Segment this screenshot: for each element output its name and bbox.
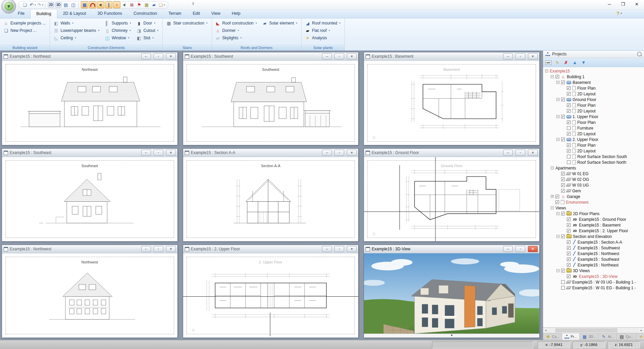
panel-tab-pv[interactable]: ☀PV...: [636, 333, 644, 340]
checkbox[interactable]: ✓: [567, 103, 571, 107]
checkbox[interactable]: ✓: [567, 240, 571, 244]
tree-item[interactable]: ✓Gem: [543, 188, 644, 194]
child-minimize-button[interactable]: ─: [141, 246, 151, 252]
tree-item[interactable]: ✓2D Layout: [543, 108, 644, 114]
parallel-guides-button[interactable]: ∥: [105, 1, 112, 8]
view-3d-button[interactable]: 3D: [55, 2, 62, 8]
tree-item[interactable]: Roof Surface Section South: [543, 154, 644, 159]
tab-help[interactable]: Help: [226, 9, 246, 18]
scroll-left-icon[interactable]: ◂: [543, 329, 548, 332]
collapse-toggle[interactable]: −: [551, 206, 554, 209]
drawing-canvas[interactable]: Southeast: [2, 157, 177, 241]
checkbox[interactable]: ✓: [567, 217, 571, 221]
tab-edit[interactable]: Edit: [187, 9, 206, 18]
drawing-canvas[interactable]: Section A-A: [183, 157, 359, 241]
collapse-toggle[interactable]: −: [556, 81, 559, 84]
tab-terrain[interactable]: Terrain: [163, 9, 187, 18]
child-window-titlebar[interactable]: Example15 : Ground Floor─▫✕: [364, 149, 539, 157]
tree-item[interactable]: Furniture: [543, 125, 644, 131]
checkbox[interactable]: ✓: [567, 132, 571, 136]
child-window-titlebar[interactable]: Example15 : Southwest─▫✕: [183, 52, 359, 61]
child-window-titlebar[interactable]: Example15 : Northwest─▫✕: [2, 245, 177, 253]
checkbox[interactable]: ✓: [567, 252, 571, 255]
snap-cursor-button[interactable]: ➤: [97, 1, 104, 8]
minimize-button[interactable]: ─: [608, 2, 611, 7]
checkbox[interactable]: ✓: [567, 120, 571, 124]
child-close-button[interactable]: ✕: [347, 150, 357, 156]
checkbox[interactable]: ✓: [555, 195, 559, 198]
child-restore-button[interactable]: ▫: [334, 150, 344, 156]
child-window-titlebar[interactable]: Example15 : Southeast─▫✕: [2, 149, 177, 157]
panel-tab-qu[interactable]: ▤Qu...: [617, 333, 636, 340]
tree-item[interactable]: ✓3DExample15 : 3D-View: [543, 273, 644, 279]
layers-button[interactable]: ❏▾: [158, 2, 165, 8]
tab-view[interactable]: View: [206, 9, 226, 18]
undo-button[interactable]: ↶▾: [29, 2, 36, 8]
drawing-canvas[interactable]: ▼: [364, 253, 539, 338]
ribbon-item-door[interactable]: ▮Door▾: [137, 20, 159, 26]
child-minimize-button[interactable]: ─: [322, 246, 332, 252]
checkbox[interactable]: [567, 160, 571, 164]
child-window-titlebar[interactable]: Example15 : Basement─▫✕: [364, 52, 539, 61]
collapse-toggle[interactable]: −: [556, 98, 559, 101]
checkbox[interactable]: ✓: [567, 143, 571, 147]
child-minimize-button[interactable]: ─: [503, 53, 513, 59]
split-vertical-button[interactable]: ◫: [70, 2, 76, 8]
drawing-canvas[interactable]: Basement: [364, 61, 539, 145]
ribbon-item-slot[interactable]: ◧Slot▾: [137, 35, 159, 41]
panel-tab-3d[interactable]: ▦3D...: [580, 333, 599, 340]
child-restore-button[interactable]: ▫: [516, 53, 525, 59]
ribbon-item-window[interactable]: ◫Window▾: [105, 35, 131, 41]
child-close-button[interactable]: ✕: [528, 246, 538, 252]
collapse-toggle[interactable]: −: [551, 166, 554, 169]
ribbon-item-walls[interactable]: ◧Walls▾: [53, 20, 99, 26]
checkbox[interactable]: ✓: [567, 149, 571, 153]
panel-tab-ar[interactable]: ✎Ar...: [599, 333, 617, 340]
checkbox[interactable]: ✓: [567, 86, 571, 90]
ribbon-item-lower-upper-beams[interactable]: ☰Lower/upper beams▾: [53, 28, 99, 34]
collapse-toggle[interactable]: −: [545, 69, 548, 72]
new-file-button[interactable]: ❏: [21, 2, 28, 8]
checkbox[interactable]: ✓: [561, 269, 565, 272]
checkbox[interactable]: ✓: [561, 212, 565, 215]
tree-item[interactable]: −✓⌂Building 1: [543, 74, 644, 80]
child-restore-button[interactable]: ▫: [516, 246, 525, 252]
view-scrollbar[interactable]: ▼: [364, 334, 539, 338]
tab-3d-functions[interactable]: 3D Functions: [92, 9, 128, 18]
checkbox[interactable]: ✓: [561, 172, 565, 176]
checkbox[interactable]: ✓: [555, 75, 559, 79]
scrollbar-thumb[interactable]: [555, 329, 617, 332]
redo-button[interactable]: ↷▾: [37, 2, 44, 8]
tree-horizontal-scrollbar[interactable]: ◂ ▸: [543, 328, 644, 333]
checkbox[interactable]: ✓: [561, 98, 565, 101]
checkbox[interactable]: ✓: [555, 200, 559, 204]
collapse-toggle[interactable]: −: [556, 138, 559, 141]
tree-item[interactable]: ✓2DExample15 : 2. Upper Floor: [543, 228, 644, 234]
tree-item[interactable]: −✓Basement: [543, 80, 644, 85]
child-close-button[interactable]: ✕: [528, 53, 538, 59]
close-window-button[interactable]: ⊠: [128, 2, 135, 8]
checkbox[interactable]: ✓: [561, 81, 565, 84]
tab-building[interactable]: Building: [30, 9, 57, 18]
child-minimize-button[interactable]: ─: [322, 53, 332, 59]
tree-item[interactable]: +✓⌂Garage: [543, 194, 644, 199]
tree-item[interactable]: −✓Ground Floor: [543, 97, 644, 102]
tree-item[interactable]: ✓╱Example15 : Northwest: [543, 251, 644, 256]
tab-construction[interactable]: Construction: [128, 9, 163, 18]
tree-item[interactable]: −Views: [543, 205, 644, 211]
checkbox[interactable]: [561, 286, 565, 290]
tree-item[interactable]: ✓Floor Plan: [543, 102, 644, 108]
tree-item[interactable]: ✓Floor Plan: [543, 142, 644, 148]
solar-panel-button[interactable]: ▰: [151, 2, 157, 8]
close-button[interactable]: ✕: [635, 2, 639, 7]
toolbar-overflow-icon[interactable]: ▾▾: [193, 2, 194, 5]
checkbox[interactable]: ✓: [567, 263, 571, 267]
ribbon-item-cutout[interactable]: ◨Cutout▾: [137, 28, 159, 34]
tree-item[interactable]: −Apartments: [543, 165, 644, 171]
panel-tab-pr[interactable]: Pr...: [562, 333, 580, 340]
collapse-toggle[interactable]: −: [556, 115, 559, 118]
tree-item[interactable]: −Example15: [543, 68, 644, 74]
child-close-button[interactable]: ✕: [166, 246, 176, 252]
tree-item[interactable]: −✓2. Upper Floor: [543, 137, 644, 142]
checkbox[interactable]: ✓: [567, 275, 571, 278]
